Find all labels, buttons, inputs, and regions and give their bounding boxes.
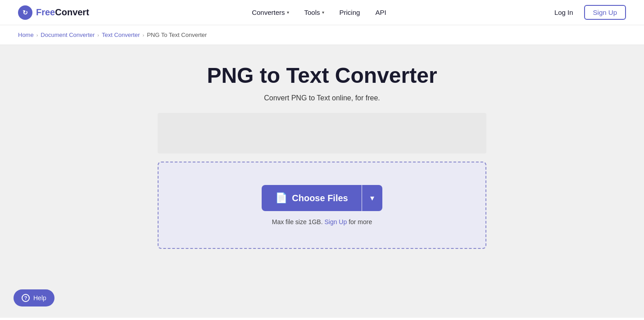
logo-convert: Convert bbox=[55, 7, 89, 17]
logo-free: Free bbox=[36, 7, 55, 17]
header: ↻ FreeConvert Converters ▾ Tools ▾ Prici… bbox=[0, 0, 644, 25]
signup-button[interactable]: Sign Up bbox=[584, 5, 626, 20]
choose-files-group: 📄 Choose Files ▾ bbox=[262, 185, 382, 211]
chevron-down-icon: ▾ bbox=[287, 10, 289, 15]
chevron-down-icon: ▾ bbox=[370, 193, 374, 203]
logo-icon-symbol: ↻ bbox=[23, 9, 28, 16]
breadcrumb-text-converter[interactable]: Text Converter bbox=[102, 32, 140, 38]
nav-label-converters: Converters bbox=[252, 9, 285, 16]
nav-item-converters[interactable]: Converters ▾ bbox=[245, 6, 295, 19]
help-button[interactable]: ? Help bbox=[14, 289, 54, 306]
nav-label-pricing: Pricing bbox=[340, 9, 360, 16]
content-area: PNG to Text Converter Convert PNG to Tex… bbox=[142, 45, 503, 318]
breadcrumb-sep-1: › bbox=[36, 32, 38, 38]
page-title: PNG to Text Converter bbox=[207, 63, 437, 88]
sidebar-right bbox=[502, 45, 644, 318]
nav-label-api: API bbox=[375, 9, 386, 16]
logo-text: FreeConvert bbox=[36, 7, 89, 18]
breadcrumb-current: PNG To Text Converter bbox=[147, 32, 207, 38]
file-size-info: Max file size 1GB. Sign Up for more bbox=[272, 218, 372, 225]
page-subtitle: Convert PNG to Text online, for free. bbox=[264, 94, 380, 102]
file-size-label: Max file size 1GB. bbox=[272, 218, 323, 225]
logo-icon: ↻ bbox=[18, 5, 32, 20]
signup-link[interactable]: Sign Up bbox=[324, 218, 347, 225]
nav-item-tools[interactable]: Tools ▾ bbox=[298, 6, 331, 19]
nav-item-api[interactable]: API bbox=[369, 6, 392, 19]
main-nav: Converters ▾ Tools ▾ Pricing API bbox=[245, 6, 392, 19]
login-button[interactable]: Log In bbox=[549, 6, 579, 19]
logo[interactable]: ↻ FreeConvert bbox=[18, 5, 89, 20]
choose-files-dropdown-button[interactable]: ▾ bbox=[362, 185, 382, 211]
choose-files-label: Choose Files bbox=[292, 193, 348, 203]
dropzone: 📄 Choose Files ▾ Max file size 1GB. Sign… bbox=[158, 162, 486, 249]
sidebar-left bbox=[0, 45, 142, 318]
nav-label-tools: Tools bbox=[304, 9, 320, 16]
help-label: Help bbox=[33, 294, 46, 302]
help-icon: ? bbox=[22, 294, 30, 302]
chevron-down-icon: ▾ bbox=[322, 10, 324, 15]
file-size-suffix: for more bbox=[349, 218, 372, 225]
breadcrumb: Home › Document Converter › Text Convert… bbox=[0, 25, 644, 45]
ad-bar bbox=[158, 113, 486, 153]
nav-item-pricing[interactable]: Pricing bbox=[333, 6, 367, 19]
choose-files-button[interactable]: 📄 Choose Files bbox=[262, 185, 361, 211]
auth-buttons: Log In Sign Up bbox=[549, 5, 626, 20]
breadcrumb-sep-2: › bbox=[97, 32, 99, 38]
upload-file-icon: 📄 bbox=[275, 192, 287, 204]
main-area: PNG to Text Converter Convert PNG to Tex… bbox=[0, 45, 644, 318]
breadcrumb-home[interactable]: Home bbox=[18, 32, 34, 38]
breadcrumb-document-converter[interactable]: Document Converter bbox=[41, 32, 95, 38]
breadcrumb-sep-3: › bbox=[143, 32, 145, 38]
